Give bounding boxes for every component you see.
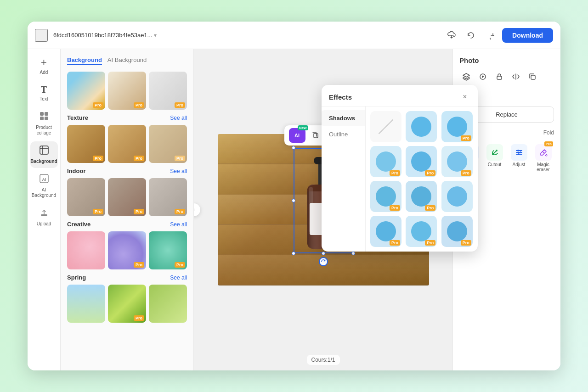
text-icon: T: [41, 84, 47, 95]
effects-title: Effects: [329, 93, 352, 101]
texture-thumb-3[interactable]: Pro: [149, 125, 187, 163]
spring-thumb-1[interactable]: [67, 285, 105, 323]
bg-thumb-arch1[interactable]: Pro: [108, 72, 146, 110]
copy-button[interactable]: [526, 70, 539, 84]
creative-thumb-3[interactable]: Pro: [149, 231, 187, 269]
effect-shadow-5[interactable]: Pro: [441, 146, 473, 177]
indoor-see-all[interactable]: See all: [170, 168, 187, 174]
effects-tabs: Shadows Outline: [322, 106, 366, 252]
spring-thumb-3[interactable]: [149, 285, 187, 323]
duplicate-button[interactable]: [308, 128, 323, 143]
sidebar-item-ai-background[interactable]: AI AI Background: [30, 170, 58, 202]
magic-eraser-label: Magic eraser: [534, 162, 552, 172]
panel-collapse-button[interactable]: ‹: [194, 203, 200, 216]
svg-point-21: [517, 150, 519, 151]
effect-shadow-11[interactable]: Pro: [441, 216, 473, 247]
download-button[interactable]: Download: [502, 28, 553, 43]
indoor-thumb-2[interactable]: Pro: [108, 178, 146, 216]
spring-see-all[interactable]: See all: [170, 274, 187, 281]
creative-thumb-1[interactable]: [67, 231, 105, 269]
handle-br[interactable]: [351, 252, 355, 255]
pro-badge: Pro: [461, 170, 471, 176]
app-header: 6fdcd160051019bc18f73b4fe53ae1... ▾: [28, 22, 560, 49]
svg-rect-18: [531, 75, 535, 79]
outline-tab[interactable]: Outline: [322, 126, 365, 142]
effect-shadow-10[interactable]: Pro: [406, 216, 437, 247]
svg-text:AI: AI: [42, 177, 46, 182]
indoor-thumb-1[interactable]: Pro: [67, 178, 105, 216]
file-name-text: 6fdcd160051019bc18f73b4fe53ae1...: [53, 32, 152, 39]
handle-bl[interactable]: [292, 252, 295, 255]
redo-button[interactable]: [483, 28, 498, 43]
pro-badge: Pro: [134, 315, 144, 321]
title-chevron-icon: ▾: [154, 32, 157, 39]
file-title: 6fdcd160051019bc18f73b4fe53ae1... ▾: [53, 32, 439, 39]
effect-shadow-2[interactable]: Pro: [441, 111, 473, 142]
texture-thumb-1[interactable]: Pro: [67, 125, 105, 163]
fold-button[interactable]: Fold: [543, 129, 554, 136]
pro-badge: Pro: [461, 135, 471, 141]
sidebar-item-product-collage[interactable]: Product collage: [30, 107, 58, 140]
cloud-icon[interactable]: [444, 28, 459, 43]
sidebar-item-upload[interactable]: Upload: [30, 204, 58, 230]
svg-rect-2: [40, 117, 44, 120]
undo-button[interactable]: [464, 28, 478, 43]
ai-label: AI: [294, 133, 300, 138]
adjust-label: Adjust: [513, 162, 526, 167]
bg-thumb-arch2[interactable]: Pro: [149, 72, 187, 110]
effect-none[interactable]: [370, 111, 401, 142]
panel-tabs: Background AI Background: [67, 56, 187, 65]
effect-shadow-3[interactable]: Pro: [370, 146, 401, 177]
effect-shadow-1[interactable]: [406, 111, 437, 142]
adjust-tool[interactable]: Adjust: [508, 140, 530, 176]
pro-badge: Pro: [425, 205, 435, 211]
effects-close-button[interactable]: ×: [459, 91, 470, 102]
tab-ai-background[interactable]: AI Background: [107, 56, 147, 65]
ai-tool-button[interactable]: AI New: [289, 128, 305, 143]
sidebar-item-add[interactable]: + Add: [30, 53, 58, 79]
effect-shadow-4[interactable]: Pro: [406, 146, 437, 177]
indoor-thumb-3[interactable]: Pro: [149, 178, 187, 216]
none-icon: [379, 119, 394, 134]
sidebar-item-text[interactable]: T Text: [30, 81, 58, 106]
handle-tl[interactable]: [292, 146, 295, 150]
spring-grid: Pro: [67, 285, 187, 323]
shadow-circle: [376, 186, 396, 207]
flip-button[interactable]: [509, 70, 523, 84]
texture-thumb-2[interactable]: Pro: [108, 125, 146, 163]
menu-button[interactable]: [35, 29, 48, 42]
tab-background[interactable]: Background: [67, 56, 102, 65]
cutout-tool[interactable]: Cutout: [484, 140, 505, 176]
sidebar-item-background[interactable]: Background: [30, 141, 58, 168]
shadows-tab[interactable]: Shadows: [322, 110, 365, 126]
texture-see-all[interactable]: See all: [170, 115, 187, 121]
creative-see-all[interactable]: See all: [170, 221, 187, 228]
background-panel: Background AI Background Pro Pro Pro: [61, 49, 194, 370]
canvas-page-info: Cours:1/1: [311, 357, 335, 363]
layers-button[interactable]: [459, 70, 473, 84]
svg-rect-1: [45, 112, 48, 116]
creative-thumb-2[interactable]: Pro: [108, 231, 146, 269]
header-actions: Download: [444, 28, 553, 43]
shadow-circle: [447, 221, 467, 241]
pro-badge: Pro: [175, 102, 185, 108]
effect-shadow-7[interactable]: Pro: [406, 181, 437, 212]
handle-ml[interactable]: [292, 199, 295, 202]
bg-thumb-mosque[interactable]: Pro: [67, 72, 105, 110]
ai-bg-icon: AI: [39, 174, 49, 186]
animation-button[interactable]: [476, 70, 490, 84]
pro-badge: Pro: [425, 240, 435, 246]
top-backgrounds-grid: Pro Pro Pro: [67, 72, 187, 110]
indoor-grid: Pro Pro Pro: [67, 178, 187, 216]
effect-shadow-6[interactable]: Pro: [370, 181, 401, 212]
indoor-section-header: Indoor See all: [67, 168, 187, 174]
magic-eraser-tool[interactable]: Magic eraser Pro: [532, 140, 554, 176]
lock-button[interactable]: [492, 70, 506, 84]
spring-thumb-2[interactable]: Pro: [108, 285, 146, 323]
effect-shadow-9[interactable]: Pro: [370, 216, 401, 247]
sidebar-ai-bg-label: AI Background: [32, 187, 56, 198]
shadow-circle: [447, 117, 467, 137]
effect-shadow-8[interactable]: [441, 181, 473, 212]
rotate-handle[interactable]: [319, 257, 328, 266]
handle-bm[interactable]: [322, 252, 325, 255]
